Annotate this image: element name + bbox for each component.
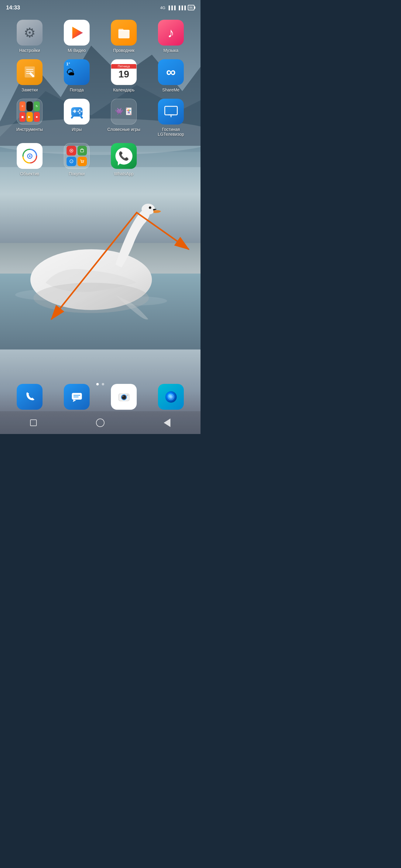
- nav-back-icon: [30, 420, 37, 426]
- app-notes[interactable]: Заметки: [10, 59, 50, 93]
- app-settings[interactable]: ⚙ Настройки: [10, 20, 50, 53]
- wifi-bars-icon: ▐▐▐: [177, 5, 186, 10]
- shopping-label: Покупки: [69, 171, 85, 177]
- svg-point-23: [77, 111, 79, 112]
- svg-point-21: [79, 109, 81, 111]
- word-games-label: Словесные игры: [107, 127, 140, 132]
- dock-messages[interactable]: [64, 384, 90, 410]
- status-time: 14:33: [6, 5, 20, 11]
- svg-marker-12: [72, 27, 83, 39]
- app-music[interactable]: ♪ Музыка: [151, 20, 191, 53]
- shareme-label: ShareMe: [162, 88, 180, 93]
- weather-temp: 1°: [66, 62, 70, 66]
- settings-icon: ⚙: [17, 20, 42, 45]
- app-files[interactable]: Проводник: [104, 20, 144, 53]
- app-games[interactable]: Игры: [57, 99, 97, 137]
- app-weather[interactable]: 1° 🌤 Погода: [57, 59, 97, 93]
- svg-rect-39: [72, 393, 82, 399]
- dock: [6, 384, 194, 410]
- svg-text:✓: ✓: [71, 160, 72, 162]
- calendar-date: 19: [119, 69, 129, 80]
- dock-phone[interactable]: [17, 384, 42, 410]
- calendar-day-name: Пятница: [111, 64, 136, 69]
- app-grid: ⚙ Настройки Mi Видео: [0, 17, 201, 186]
- svg-point-24: [79, 112, 81, 114]
- weather-label: Погода: [69, 88, 84, 93]
- nav-recents-icon: [164, 418, 171, 427]
- music-icon: ♪: [158, 20, 184, 45]
- nav-home-button[interactable]: [94, 416, 107, 429]
- notes-icon: [17, 59, 42, 85]
- whatsapp-icon: 📞: [111, 143, 137, 169]
- calendar-label: Календарь: [113, 88, 134, 93]
- games-icon: [64, 99, 90, 125]
- svg-point-36: [83, 162, 84, 163]
- nav-bar: [0, 411, 201, 434]
- svg-point-46: [122, 396, 123, 397]
- app-shopping[interactable]: ✓ Покупки: [57, 143, 97, 177]
- calendar-icon: Пятница 19: [111, 59, 137, 85]
- svg-point-30: [29, 155, 31, 157]
- app-row-1: ⚙ Настройки Mi Видео: [6, 20, 194, 53]
- nav-home-icon: [96, 418, 104, 427]
- app-row-2: Заметки 1° 🌤 Погода Пятница 19 Календарь: [6, 59, 194, 93]
- signal-bars-icon: ▐▐▐: [167, 5, 176, 10]
- lens-icon: [17, 143, 42, 169]
- files-icon: [111, 20, 137, 45]
- svg-rect-32: [81, 149, 84, 152]
- dock-camera[interactable]: [111, 384, 137, 410]
- app-empty: [151, 143, 191, 177]
- app-lg-tv[interactable]: Гостиная LGТелевизор: [151, 99, 191, 137]
- svg-point-22: [81, 111, 82, 112]
- games-label: Игры: [72, 127, 82, 132]
- music-label: Музыка: [163, 48, 179, 53]
- app-row-3: ≡ ↻ ◼ ▶ ■ Инструменты: [6, 99, 194, 137]
- app-lens[interactable]: Объектив: [10, 143, 50, 177]
- settings-label: Настройки: [19, 48, 40, 53]
- app-row-4: Объектив ✓: [6, 143, 194, 177]
- nav-recents-button[interactable]: [160, 416, 174, 429]
- app-mi-video[interactable]: Mi Видео: [57, 20, 97, 53]
- svg-point-50: [169, 395, 173, 399]
- svg-rect-25: [165, 106, 177, 115]
- status-icons: 4G ▐▐▐ ▐▐▐ 86: [160, 5, 194, 10]
- battery-icon: 86: [188, 5, 194, 10]
- status-bar: 14:33 4G ▐▐▐ ▐▐▐ 86: [0, 0, 201, 15]
- mi-video-label: Mi Видео: [68, 48, 86, 53]
- weather-icon: 1° 🌤: [64, 59, 90, 85]
- svg-point-10: [149, 206, 151, 209]
- tools-icon: ≡ ↻ ◼ ▶ ■: [17, 99, 42, 125]
- mi-video-icon: [64, 20, 90, 45]
- lens-label: Объектив: [20, 171, 39, 177]
- app-word-games[interactable]: 👾 🃏 Словесные игры: [104, 99, 144, 137]
- tools-label: Инструменты: [17, 127, 43, 132]
- app-calendar[interactable]: Пятница 19 Календарь: [104, 59, 144, 93]
- shareme-icon: ∞: [158, 59, 184, 85]
- nav-back-button[interactable]: [27, 416, 40, 429]
- app-whatsapp[interactable]: 📞 WhatsApp: [104, 143, 144, 177]
- files-label: Проводник: [113, 48, 134, 53]
- signal-4g-icon: 4G: [160, 5, 165, 10]
- app-shareme[interactable]: ∞ ShareMe: [151, 59, 191, 93]
- svg-rect-20: [74, 110, 75, 113]
- svg-point-35: [82, 162, 82, 163]
- svg-point-9: [142, 204, 155, 214]
- battery-level: 86: [189, 6, 193, 9]
- shopping-icon: ✓: [64, 143, 90, 169]
- word-games-icon: 👾 🃏: [111, 99, 137, 125]
- dock-browser[interactable]: [158, 384, 184, 410]
- lg-tv-icon: [158, 99, 184, 125]
- whatsapp-label: WhatsApp: [114, 171, 134, 177]
- lg-tv-label: Гостиная LGТелевизор: [151, 127, 191, 137]
- svg-rect-47: [126, 395, 128, 396]
- app-tools[interactable]: ≡ ↻ ◼ ▶ ■ Инструменты: [10, 99, 50, 137]
- notes-label: Заметки: [22, 88, 38, 93]
